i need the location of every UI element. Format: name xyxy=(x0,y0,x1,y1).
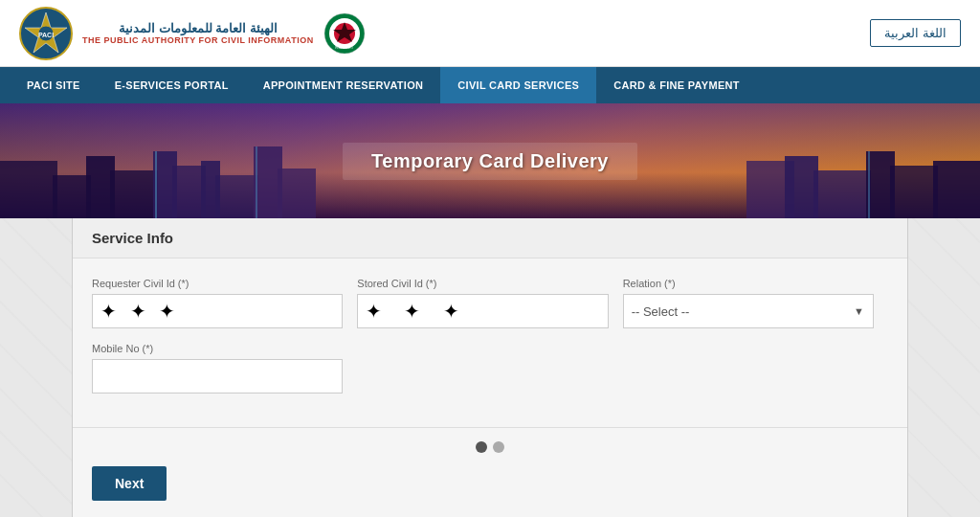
pagination-dot-2 xyxy=(493,441,504,453)
main-navbar: PACI SITE E-SERVICES PORTAL APPOINTMENT … xyxy=(0,67,980,103)
nav-paci-site[interactable]: PACI SITE xyxy=(10,67,98,103)
svg-text:KUWAIT: KUWAIT xyxy=(335,44,353,50)
svg-rect-12 xyxy=(110,170,158,218)
paci-emblem-icon: PACI xyxy=(19,7,73,60)
mobile-no-input[interactable] xyxy=(92,359,343,393)
next-button[interactable]: Next xyxy=(92,466,167,501)
form-fields: Requester Civil Id (*) Stored Civil Id (… xyxy=(73,258,907,417)
button-area: Next xyxy=(73,466,907,510)
relation-label: Relation (*) xyxy=(623,278,874,289)
svg-rect-20 xyxy=(785,156,818,218)
service-info-header: Service Info xyxy=(73,218,907,258)
stored-civil-id-input[interactable] xyxy=(357,294,608,328)
nav-civil-card[interactable]: CIVIL CARD SERVICES xyxy=(440,67,596,103)
site-header: PACI الهيئة العامة للمعلومات المدنية THE… xyxy=(0,0,980,67)
requester-civil-id-label: Requester Civil Id (*) xyxy=(92,278,343,289)
mobile-no-label: Mobile No (*) xyxy=(92,343,343,354)
section-title: Service Info xyxy=(92,230,173,246)
nav-card-fine[interactable]: CARD & FINE PAYMENT xyxy=(596,67,757,103)
svg-rect-25 xyxy=(155,151,157,218)
hero-title: Temporary Card Delivery xyxy=(371,150,609,172)
svg-rect-24 xyxy=(933,161,980,218)
pagination-dot-1 xyxy=(476,441,487,453)
svg-rect-18 xyxy=(278,169,316,218)
requester-civil-id-field: Requester Civil Id (*) xyxy=(92,278,357,343)
logo-english-text: THE PUBLIC AUTHORITY FOR CIVIL INFORMATI… xyxy=(82,35,314,45)
relation-select-wrapper: -- Select -- Self Spouse Child Parent Si… xyxy=(623,294,874,328)
svg-rect-10 xyxy=(53,175,91,218)
svg-rect-23 xyxy=(890,166,938,218)
relation-select[interactable]: -- Select -- Self Spouse Child Parent Si… xyxy=(623,294,874,328)
hero-banner: Temporary Card Delivery xyxy=(0,103,980,218)
svg-text:PACI: PACI xyxy=(38,32,54,38)
stored-civil-id-field: Stored Civil Id (*) xyxy=(357,278,622,343)
pagination-area xyxy=(73,428,907,466)
svg-rect-21 xyxy=(813,170,871,218)
logo-arabic-text: الهيئة العامة للمعلومات المدنية xyxy=(119,21,278,35)
hero-title-wrap: Temporary Card Delivery xyxy=(343,143,637,180)
nav-appointment[interactable]: APPOINTMENT RESERVATION xyxy=(246,67,441,103)
kuwait-emblem-icon: KUWAIT xyxy=(323,12,366,55)
requester-civil-id-input[interactable] xyxy=(92,294,343,328)
svg-rect-9 xyxy=(0,161,57,218)
svg-rect-14 xyxy=(172,166,206,218)
svg-rect-27 xyxy=(868,151,870,218)
logo-text: الهيئة العامة للمعلومات المدنية THE PUBL… xyxy=(82,21,314,45)
nav-eservices[interactable]: E-SERVICES PORTAL xyxy=(98,67,246,103)
header-logo: PACI الهيئة العامة للمعلومات المدنية THE… xyxy=(19,7,366,60)
relation-field: Relation (*) -- Select -- Self Spouse Ch… xyxy=(623,278,888,343)
svg-rect-16 xyxy=(215,175,258,218)
form-container: Service Info Requester Civil Id (*) Stor… xyxy=(72,218,908,517)
mobile-no-field: Mobile No (*) xyxy=(92,343,357,408)
svg-rect-26 xyxy=(256,146,257,218)
stored-civil-id-label: Stored Civil Id (*) xyxy=(357,278,608,289)
language-button[interactable]: اللغة العربية xyxy=(870,19,961,47)
